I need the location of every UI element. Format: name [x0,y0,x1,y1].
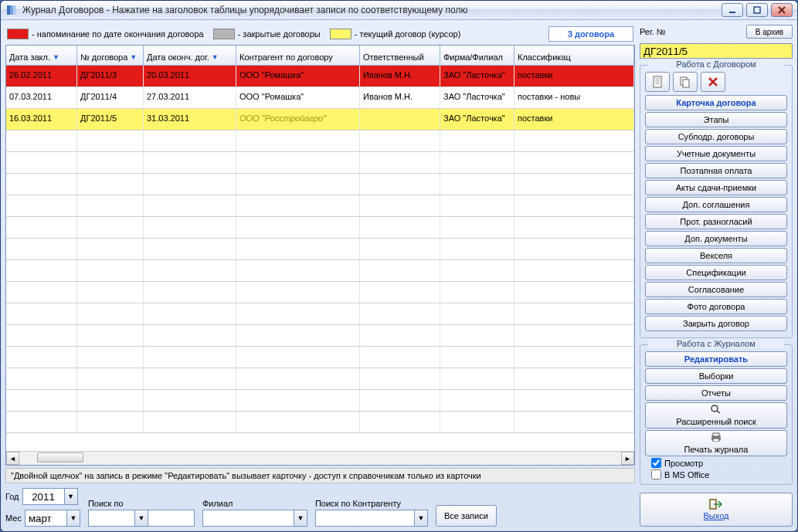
search-value-input[interactable] [148,510,195,527]
table-cell [6,174,77,195]
table-cell [144,217,236,238]
table-cell [440,368,514,389]
table-cell [360,109,440,130]
copy-contract-button[interactable] [673,72,698,92]
new-contract-button[interactable] [645,72,670,92]
table-row[interactable] [6,368,634,390]
legend-current: - текущий договор (курсор) [355,29,461,39]
table-cell [144,390,236,411]
legend-closed: - закрытые договоры [238,29,321,39]
table-row[interactable] [6,347,634,368]
svg-rect-15 [713,439,719,442]
svg-rect-4 [754,7,760,13]
contract-action-button[interactable]: Закрыть договор [645,316,787,331]
table-cell [360,412,440,432]
journal-actions-group: Работа с Журналом РедактироватьВыборкиОт… [640,344,793,485]
table-row[interactable] [6,412,634,433]
table-row[interactable] [6,195,634,217]
column-header[interactable]: Дата закл.▼ [6,46,77,65]
month-input[interactable] [25,510,66,527]
contract-action-button[interactable]: Этапы [645,112,787,127]
table-row[interactable] [6,390,634,412]
contract-action-button[interactable]: Акты сдачи-приемки [645,180,787,195]
table-cell [6,325,77,346]
month-dropdown-icon[interactable]: ▼ [66,510,80,527]
search-field-dropdown-icon[interactable]: ▼ [134,510,148,527]
horizontal-scrollbar[interactable]: ◄ ► [6,451,634,465]
table-row[interactable] [6,217,634,239]
journal-action-button[interactable]: Отчеты [645,385,787,401]
reg-number-field[interactable] [640,43,793,59]
contract-action-button[interactable]: Учетные документы [645,146,787,161]
column-header[interactable]: Контрагент по договору [236,46,360,65]
table-cell: ДГ2011/5 [77,109,144,130]
scroll-right-icon[interactable]: ► [621,452,634,465]
table-cell [77,217,144,238]
table-cell [77,325,144,346]
table-cell [144,195,236,216]
year-input[interactable] [22,488,64,505]
table-row[interactable] [6,282,634,303]
delete-contract-button[interactable] [701,72,725,92]
table-row[interactable] [6,174,634,195]
contract-action-button[interactable]: Доп. соглашения [645,197,787,212]
table-row[interactable] [6,239,634,260]
contract-action-button[interactable]: Доп. документы [645,231,787,246]
ms-office-checkbox[interactable] [651,469,661,479]
table-row[interactable] [6,303,634,325]
contract-action-button[interactable]: Спецификации [645,265,787,280]
contract-action-button[interactable]: Поэтапная оплата [645,163,787,178]
column-header[interactable]: № договора▼ [77,46,144,65]
table-row[interactable]: 07.03.2011ДГ2011/427.03.2011ООО "Ромашка… [6,87,634,109]
table-cell [236,282,360,303]
search-field-combo[interactable] [88,510,134,527]
table-cell [236,347,360,368]
extended-search-button[interactable]: Расширенный поиск [645,402,787,429]
journal-action-button[interactable]: Выборки [645,368,787,384]
scroll-left-icon[interactable]: ◄ [6,452,19,465]
branch-dropdown-icon[interactable]: ▼ [294,510,307,527]
column-header[interactable]: Фирма/Филиал [440,46,514,65]
column-header[interactable]: Ответственный [360,46,440,65]
contract-action-button[interactable]: Согласование [645,282,787,297]
preview-checkbox[interactable] [651,458,661,468]
svg-rect-2 [13,5,16,15]
table-cell [77,130,144,151]
contract-action-button[interactable]: Субподр. договоры [645,129,787,144]
journal-action-button[interactable]: Редактировать [645,351,787,367]
table-cell [440,390,514,411]
table-cell [440,347,514,368]
table-cell [77,347,144,368]
branch-combo[interactable] [202,510,294,527]
contract-action-button[interactable]: Карточка договора [645,95,787,110]
table-row[interactable]: 16.03.2011ДГ2011/531.03.2011ООО "Росстро… [6,109,634,130]
table-cell [360,282,440,303]
minimize-button[interactable] [722,3,743,17]
table-row[interactable] [6,325,634,347]
table-row[interactable] [6,260,634,282]
table-cell: ДГ2011/3 [77,66,144,86]
contragent-combo[interactable] [315,510,414,527]
table-cell: Иванов М.Н. [360,87,440,108]
column-header[interactable]: Классификац [514,46,634,65]
table-row[interactable] [6,152,634,174]
contract-action-button[interactable]: Фото договора [645,299,787,314]
table-row[interactable]: 26.02.2011ДГ2011/320.03.2011ООО "Ромашка… [6,66,634,87]
exit-button[interactable]: Выход [640,493,793,527]
table-cell [77,152,144,173]
legend-swatch-gray [213,29,235,39]
close-button[interactable] [771,3,793,17]
maximize-button[interactable] [746,3,768,17]
year-dropdown-icon[interactable]: ▼ [64,488,78,505]
column-header[interactable]: Дата оконч. дог.▼ [144,46,236,65]
scroll-thumb[interactable] [37,452,83,463]
table-cell [6,152,77,173]
all-records-button[interactable]: Все записи [436,505,497,527]
print-journal-button[interactable]: Печать журнала [645,430,787,456]
contract-action-button[interactable]: Прот. разногласий [645,214,787,229]
contract-action-button[interactable]: Векселя [645,248,787,263]
table-row[interactable] [6,130,634,152]
archive-button[interactable]: В архив [746,25,793,39]
table-cell [440,174,514,195]
contragent-dropdown-icon[interactable]: ▼ [414,510,428,527]
